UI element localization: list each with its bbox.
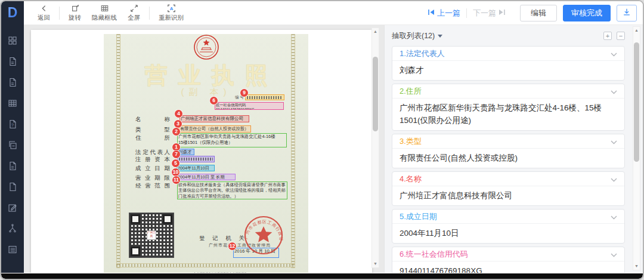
download-button[interactable] [617, 5, 637, 21]
ocr-region-6[interactable]: 统一社会信用代码 9144011476769188XG [215, 102, 284, 110]
card-header[interactable]: 3.类型 [392, 134, 624, 149]
field-value: 2004年11月10日 [392, 224, 624, 243]
scroll-down-arrow[interactable]: ▼ [633, 263, 640, 270]
card-header[interactable]: 1.法定代表人 [392, 47, 624, 61]
caret-down-icon [438, 35, 442, 38]
scroll-up-arrow[interactable]: ▲ [372, 28, 379, 35]
field-label: 3.类型 [400, 136, 422, 147]
region-marker-2: 2 [172, 128, 180, 136]
card-header[interactable]: 6.统一社会信用代码 [392, 247, 624, 261]
fullscreen-button[interactable]: 全屏 [122, 1, 145, 24]
chevron-down-icon[interactable] [611, 136, 617, 147]
expand-all-button[interactable]: + [603, 32, 612, 40]
region-marker-10: 10 [172, 168, 179, 176]
main-body: ? 营业执照 (副 本 [1, 25, 643, 273]
ocr-region-11[interactable]: 软件和信息技术服务业（具体经营项目请登录广州市商事主体信息公示平台查询。依法须经… [177, 181, 287, 199]
license-label-住所: 住所 [135, 134, 170, 142]
toolbar-left-group: 返回 旋转 隐藏框线 全屏 A 重新识别 [24, 1, 189, 24]
re-recognize-button[interactable]: A 重新识别 [153, 1, 189, 24]
download-icon [623, 8, 631, 18]
official-red-seal: 广州市花都区工商行政管理局 [240, 214, 287, 260]
branch-icon[interactable] [8, 224, 17, 233]
ocr-region-7[interactable] [177, 156, 215, 162]
license-footnote: 企业信用信息公示系统查询企业信用信息 [193, 272, 247, 273]
grid-icon[interactable] [8, 36, 17, 45]
field-label: 4.名称 [400, 174, 422, 184]
region-marker-11: 11 [172, 176, 180, 184]
business-license-image: 营业执照 (副 本) 编 号 名称类型住所法定代表人注册资本成立日期营业期限经营… [104, 34, 308, 273]
extraction-panel-header: 抽取列表(12) + − [392, 30, 625, 42]
license-label-注册资本: 注册资本 [135, 156, 170, 164]
chevron-down-icon[interactable] [611, 86, 617, 97]
next-doc-label: 下一篇 [473, 8, 496, 19]
ocr-region-9[interactable] [245, 94, 284, 100]
field-label: 6.统一社会信用代码 [400, 249, 468, 260]
rotate-icon [71, 4, 79, 13]
field-value: 广州培正才富信息科技有限公司 [392, 186, 624, 205]
ocr-region-5[interactable]: 2004年11月10日 [177, 165, 215, 171]
next-doc-button[interactable]: 下一篇 [473, 8, 506, 19]
extraction-list-toggle[interactable]: 抽取列表(12) [392, 31, 442, 41]
region-marker-12: 12 [228, 242, 236, 250]
card-header[interactable]: 4.名称 [392, 172, 624, 186]
approve-button[interactable]: 审核完成 [563, 5, 611, 21]
left-sidebar: ? [1, 25, 24, 273]
qr-code: 广州工商 [129, 213, 174, 257]
ocr-region-3[interactable]: 有限责任公司（自然人投资或控股） [179, 125, 251, 133]
field-value: 有限责任公司(自然人投资或控股) [392, 149, 624, 168]
chevron-down-icon[interactable] [611, 249, 617, 260]
prev-doc-button[interactable]: 上一篇 [428, 8, 460, 19]
chevron-down-icon[interactable] [611, 48, 617, 59]
toolbar-right-group: 上一篇 下一篇 编辑 审核完成 [428, 1, 637, 24]
license-label-名称: 名称 [135, 116, 170, 124]
ocr-region-2[interactable]: 广州市花都区新华街天贵路与龙珠路交汇处4-16楼 15楼1501（仅限办公用途） [177, 133, 287, 147]
ocr-region-4[interactable]: 广州培正才富信息科技有限公司 [179, 115, 249, 122]
chevron-down-icon[interactable] [611, 174, 617, 184]
ocr-region-10[interactable]: 2004年11月10日 至 长期 [177, 174, 236, 180]
card-header[interactable]: 2.住所 [392, 84, 624, 99]
license-label-营业期限: 营业期限 [135, 174, 170, 182]
hide-borders-button[interactable]: 隐藏框线 [86, 1, 122, 24]
rotate-label: 旋转 [69, 14, 81, 22]
unknown-file-icon[interactable]: ? [8, 119, 17, 129]
license-label-经营范围: 经营范围 [135, 182, 170, 190]
collapse-all-button[interactable]: − [617, 32, 625, 40]
chevron-down-icon[interactable] [611, 211, 617, 222]
file-icon[interactable] [8, 182, 17, 192]
field-label: 2.住所 [400, 86, 422, 97]
field-value: 刘森才 [392, 61, 624, 80]
panel-scroll-thumb[interactable] [634, 42, 639, 162]
fullscreen-label: 全屏 [128, 14, 140, 22]
extraction-card-2: 2.住所广州市花都区新华街天贵路与龙珠路交汇处4-16楼、15楼1501(仅限办… [392, 84, 625, 131]
back-button[interactable]: 返回 [32, 1, 55, 24]
edit-button[interactable]: 编辑 [520, 5, 557, 21]
extraction-card-3: 3.类型有限责任公司(自然人投资或控股) [392, 134, 625, 168]
back-label: 返回 [38, 14, 50, 22]
edit-icon[interactable] [8, 203, 17, 213]
fullscreen-icon [130, 4, 138, 13]
pdf-file-icon[interactable] [8, 57, 17, 66]
region-marker-6: 6 [210, 97, 218, 104]
pdf-file-icon[interactable] [8, 161, 17, 171]
form-icon[interactable] [8, 245, 17, 254]
table-icon[interactable] [8, 99, 17, 108]
scroll-up-arrow[interactable]: ▲ [633, 27, 640, 34]
copy-icon[interactable] [8, 140, 17, 150]
re-recognize-label: 重新识别 [159, 14, 184, 22]
card-header[interactable]: 5.成立日期 [392, 210, 624, 224]
panel-scrollbar: ▲ ▼ [633, 26, 640, 270]
document-page: 营业执照 (副 本) 编 号 名称类型住所法定代表人注册资本成立日期营业期限经营… [31, 30, 372, 273]
svg-text:A: A [169, 6, 173, 11]
scroll-down-arrow[interactable]: ▼ [372, 260, 379, 267]
region-marker-7: 7 [172, 150, 180, 158]
viewer-scrollbar: ▲ ▼ [371, 27, 379, 268]
panel-tools: + − [603, 32, 625, 40]
extraction-list-title: 抽取列表(12) [392, 31, 435, 41]
rotate-button[interactable]: 旋转 [63, 1, 86, 24]
toolbar-separator [59, 7, 60, 20]
pdf-file-icon[interactable] [8, 78, 17, 87]
approve-button-label: 审核完成 [571, 8, 602, 19]
extraction-panel: 抽取列表(12) + − 1.法定代表人刘森才2.住所广州市花都区新华街天贵路与… [384, 25, 643, 273]
viewer-scroll-thumb[interactable] [373, 57, 378, 131]
region-marker-4: 4 [175, 110, 182, 118]
